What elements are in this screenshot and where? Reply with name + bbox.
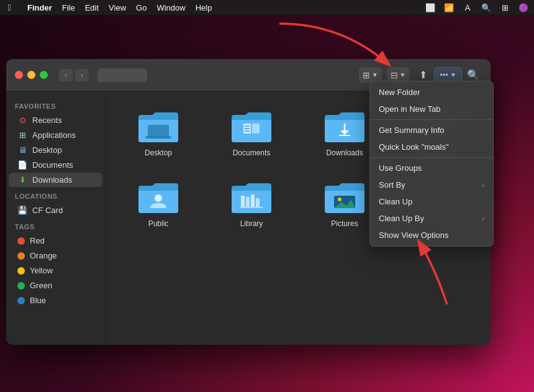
context-menu: New Folder Open in New Tab Get Summary I… [369, 81, 494, 247]
folder-public[interactable]: Public [118, 175, 199, 233]
folder-icon-documents [230, 109, 273, 145]
sidebar-item-cfcard[interactable]: 💾 CF Card [9, 203, 102, 217]
folder-icon-desktop [137, 109, 180, 145]
menubar-edit[interactable]: Edit [81, 1, 102, 14]
context-show-view-options[interactable]: Show View Options [370, 227, 493, 244]
locations-section-title: Locations [6, 188, 105, 203]
svg-rect-1 [145, 136, 171, 139]
sidebar-label-downloads: Downloads [32, 175, 72, 185]
screen-icon[interactable]: ⬜ [425, 2, 436, 13]
control-icon[interactable]: ⊞ [499, 2, 510, 13]
menubar-help[interactable]: Help [192, 1, 216, 14]
svg-rect-17 [240, 207, 263, 208]
context-quicklook[interactable]: Quick Look "moals" [370, 139, 493, 155]
svg-rect-13 [241, 196, 245, 207]
folder-icon-pictures [323, 180, 366, 216]
context-new-folder[interactable]: New Folder [370, 84, 493, 101]
context-quicklook-label: Quick Look "moals" [379, 142, 449, 152]
close-button[interactable] [15, 71, 23, 79]
folder-label-library: Library [240, 219, 263, 228]
svg-rect-3 [252, 124, 260, 134]
folder-label-public: Public [148, 219, 169, 228]
folder-icon-downloads [323, 109, 366, 145]
menubar-app-name[interactable]: Finder [24, 1, 56, 14]
forward-button[interactable]: › [75, 69, 89, 81]
context-clean-up-by-label: Clean Up By [379, 214, 424, 223]
keyboard-icon[interactable]: A [462, 2, 473, 13]
path-bar [97, 68, 147, 82]
menubar:  Finder File Edit View Go Window Help ⬜… [0, 0, 534, 15]
sidebar-label-cfcard: CF Card [32, 206, 63, 215]
apple-menu[interactable]:  [5, 3, 14, 12]
context-clean-up-by[interactable]: Clean Up By › [370, 210, 493, 227]
folder-desktop[interactable]: Desktop [118, 104, 199, 162]
maximize-button[interactable] [40, 71, 48, 79]
divider-2 [370, 157, 493, 158]
wifi-icon[interactable]: 📶 [443, 2, 455, 13]
folder-icon-public [137, 180, 180, 216]
folder-label-pictures: Pictures [331, 219, 358, 228]
divider-1 [370, 119, 493, 120]
sidebar-item-tag-orange[interactable]: Orange [9, 248, 102, 263]
chevron2-icon: ▼ [400, 71, 406, 78]
sidebar: Favorites ⊙ Recents ⊞ Applications 🖥 Des… [6, 91, 106, 345]
back-button[interactable]: ‹ [59, 69, 73, 81]
svg-rect-16 [256, 198, 260, 207]
context-new-folder-label: New Folder [379, 88, 420, 97]
tag-label-orange: Orange [30, 251, 57, 260]
grid-icon: ⊞ [363, 70, 370, 80]
sidebar-item-documents[interactable]: 📄 Documents [9, 158, 102, 172]
svg-rect-15 [251, 194, 255, 207]
context-sort-by[interactable]: Sort By › [370, 176, 493, 193]
ellipsis-icon: ••• [440, 70, 448, 80]
svg-rect-14 [246, 197, 250, 207]
context-summary-label: Get Summary Info [379, 125, 444, 135]
context-use-groups[interactable]: Use Groups [370, 160, 493, 176]
blue-dot [17, 297, 25, 304]
folder-icon-library [230, 180, 273, 216]
tags-section-title: Tags [6, 218, 105, 233]
folder-label-downloads: Downloads [326, 148, 363, 157]
sidebar-item-tag-blue[interactable]: Blue [9, 293, 102, 308]
yellow-dot [17, 267, 25, 275]
sidebar-label-documents: Documents [32, 160, 73, 170]
folder-library[interactable]: Library [211, 175, 292, 233]
sidebar-item-tag-yellow[interactable]: Yellow [9, 263, 102, 278]
menubar-view[interactable]: View [105, 1, 130, 14]
folder-documents[interactable]: Documents [211, 104, 292, 162]
minimize-button[interactable] [27, 71, 35, 79]
clean-up-by-arrow: › [482, 215, 484, 222]
menubar-items: Finder File Edit View Go Window Help [24, 1, 215, 14]
tag-label-yellow: Yellow [30, 266, 53, 275]
recents-icon: ⊙ [17, 116, 27, 125]
sidebar-item-applications[interactable]: ⊞ Applications [9, 128, 102, 142]
context-open-tab-label: Open in New Tab [379, 104, 441, 114]
context-open-tab[interactable]: Open in New Tab [370, 101, 493, 117]
sidebar-item-desktop[interactable]: 🖥 Desktop [9, 143, 102, 157]
search-menubar-icon[interactable]: 🔍 [481, 2, 492, 13]
menubar-go[interactable]: Go [132, 1, 150, 14]
menubar-window[interactable]: Window [153, 1, 189, 14]
context-clean-up[interactable]: Clean Up [370, 193, 493, 210]
folder-label-desktop: Desktop [145, 148, 172, 157]
applications-icon: ⊞ [17, 130, 27, 140]
sidebar-item-recents[interactable]: ⊙ Recents [9, 113, 102, 127]
documents-icon: 📄 [17, 160, 27, 170]
green-dot [17, 282, 25, 289]
context-use-groups-label: Use Groups [379, 163, 422, 173]
downloads-icon: ⬇ [17, 175, 27, 185]
context-summary[interactable]: Get Summary Info [370, 122, 493, 139]
context-clean-up-label: Clean Up [379, 197, 412, 206]
favorites-section-title: Favorites [6, 98, 105, 112]
menubar-file[interactable]: File [58, 1, 79, 14]
menubar-right: ⬜ 📶 A 🔍 ⊞ 🟣 [425, 2, 529, 13]
context-show-view-options-label: Show View Options [379, 230, 449, 240]
sidebar-item-downloads[interactable]: ⬇ Downloads [9, 173, 102, 187]
chevron-icon: ▼ [372, 71, 378, 78]
sidebar-item-tag-green[interactable]: Green [9, 278, 102, 293]
sidebar-item-tag-red[interactable]: Red [9, 234, 102, 248]
svg-point-12 [155, 194, 162, 202]
orange-dot [17, 252, 25, 260]
user-icon[interactable]: 🟣 [518, 2, 529, 13]
nav-buttons: ‹ › [59, 69, 89, 81]
